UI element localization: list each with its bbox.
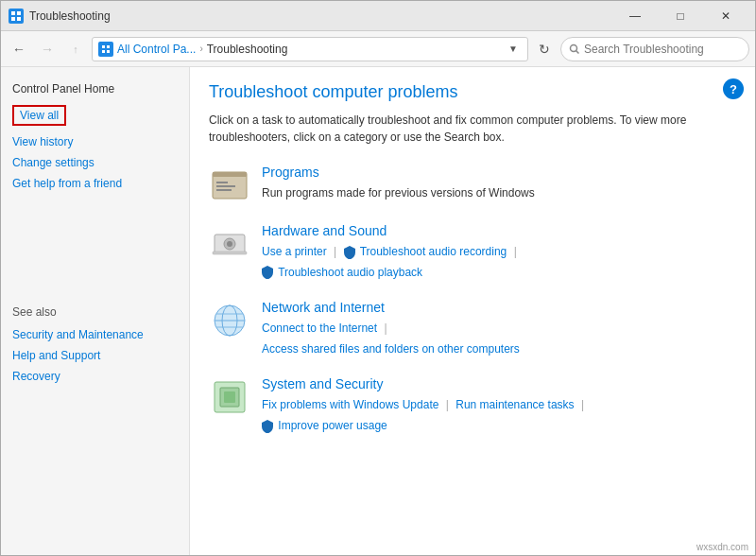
sidebar-link-get-help[interactable]: Get help from a friend (12, 175, 178, 192)
hardware-title[interactable]: Hardware and Sound (262, 223, 387, 238)
page-description: Click on a task to automatically trouble… (209, 112, 736, 146)
svg-rect-11 (213, 172, 247, 177)
fix-windows-update-link[interactable]: Fix problems with Windows Update (262, 398, 438, 411)
help-button[interactable]: ? (723, 78, 744, 99)
svg-rect-6 (102, 50, 105, 53)
svg-point-17 (227, 241, 232, 247)
system-icon (209, 376, 250, 418)
search-box[interactable] (560, 37, 749, 61)
hardware-links: Use a printer | Troubleshoot audio recor… (262, 242, 736, 283)
svg-rect-2 (11, 17, 15, 21)
see-also-label: See also (12, 305, 178, 319)
sidebar-link-help-support[interactable]: Help and Support (12, 347, 178, 364)
back-button[interactable]: ← (7, 37, 31, 61)
access-shared-link[interactable]: Access shared files and folders on other… (262, 342, 520, 356)
system-title[interactable]: System and Security (262, 376, 383, 391)
troubleshoot-audio-recording-link[interactable]: Troubleshoot audio recording (360, 245, 507, 258)
maximize-button[interactable]: □ (659, 1, 702, 31)
hardware-info: Hardware and Sound Use a printer | Troub… (262, 223, 736, 283)
main-content: ? Troubleshoot computer problems Click o… (190, 67, 755, 555)
sidebar-home-link[interactable]: Control Panel Home (12, 82, 178, 96)
sidebar-links: View all View history Change settings Ge… (12, 105, 178, 192)
system-info: System and Security Fix problems with Wi… (262, 376, 736, 436)
see-also-section: See also Security and Maintenance Help a… (12, 305, 178, 385)
svg-rect-14 (216, 189, 232, 191)
sidebar-link-view-all[interactable]: View all (12, 105, 66, 126)
use-printer-link[interactable]: Use a printer (262, 245, 327, 258)
page-title: Troubleshoot computer problems (209, 82, 736, 102)
app-icon (9, 9, 24, 24)
close-button[interactable]: ✕ (704, 1, 747, 31)
content-area: Control Panel Home View all View history… (1, 67, 755, 555)
forward-button[interactable]: → (35, 37, 60, 61)
sidebar-link-view-history[interactable]: View history (12, 133, 178, 150)
minimize-button[interactable]: — (613, 1, 657, 31)
run-maintenance-link[interactable]: Run maintenance tasks (455, 398, 574, 411)
breadcrumb-bar[interactable]: All Control Pa... › Troubleshooting ▼ (92, 37, 528, 61)
svg-point-8 (571, 44, 577, 51)
title-bar: Troubleshooting — □ ✕ (1, 1, 755, 31)
network-title[interactable]: Network and Internet (262, 300, 385, 315)
category-system: System and Security Fix problems with Wi… (209, 376, 736, 436)
svg-rect-3 (17, 17, 21, 21)
troubleshoot-audio-playback-link[interactable]: Troubleshoot audio playback (278, 266, 422, 279)
svg-line-9 (576, 50, 579, 53)
network-info: Network and Internet Connect to the Inte… (262, 300, 736, 359)
search-icon (569, 43, 580, 55)
refresh-button[interactable]: ↻ (532, 37, 557, 61)
sidebar-link-security[interactable]: Security and Maintenance (12, 326, 178, 343)
svg-rect-18 (213, 252, 247, 254)
shield-icon-3 (262, 420, 273, 433)
hardware-icon (209, 223, 250, 265)
programs-title[interactable]: Programs (262, 165, 319, 180)
svg-rect-1 (17, 11, 21, 15)
window-title: Troubleshooting (29, 9, 613, 23)
programs-info: Programs Run programs made for previous … (262, 165, 736, 204)
window-controls: — □ ✕ (613, 1, 747, 31)
svg-rect-4 (102, 45, 105, 48)
sidebar-link-change-settings[interactable]: Change settings (12, 154, 178, 171)
breadcrumb-current: Troubleshooting (207, 43, 288, 56)
programs-subtitle: Run programs made for previous versions … (262, 183, 736, 204)
svg-rect-5 (107, 45, 110, 48)
category-hardware: Hardware and Sound Use a printer | Troub… (209, 223, 736, 283)
category-network: Network and Internet Connect to the Inte… (209, 300, 736, 359)
sidebar: Control Panel Home View all View history… (1, 67, 190, 555)
up-button[interactable]: ↑ (63, 37, 88, 61)
svg-rect-7 (107, 50, 110, 53)
connect-internet-link[interactable]: Connect to the Internet (262, 321, 377, 335)
svg-rect-13 (216, 185, 235, 187)
breadcrumb-allcontrolpanel[interactable]: All Control Pa... (117, 43, 196, 56)
network-links: Connect to the Internet | Access shared … (262, 319, 736, 359)
watermark: wxsxdn.com (696, 542, 748, 552)
sidebar-link-recovery[interactable]: Recovery (12, 368, 178, 385)
shield-icon-2 (262, 266, 273, 279)
address-bar: ← → ↑ All Control Pa... › Troubleshootin… (1, 31, 755, 67)
svg-rect-12 (216, 182, 228, 183)
breadcrumb-separator: › (199, 43, 202, 54)
svg-rect-26 (224, 391, 235, 403)
breadcrumb-icon (98, 42, 113, 57)
search-input[interactable] (584, 43, 716, 56)
breadcrumb-dropdown[interactable]: ▼ (505, 42, 522, 56)
category-programs: Programs Run programs made for previous … (209, 165, 736, 206)
main-window: Troubleshooting — □ ✕ ← → ↑ All Control … (0, 0, 756, 556)
svg-rect-0 (11, 11, 15, 15)
network-icon (209, 300, 250, 341)
programs-icon (209, 165, 250, 206)
improve-power-link[interactable]: Improve power usage (278, 419, 387, 432)
system-links: Fix problems with Windows Update | Run m… (262, 395, 736, 436)
shield-icon-1 (344, 246, 355, 259)
